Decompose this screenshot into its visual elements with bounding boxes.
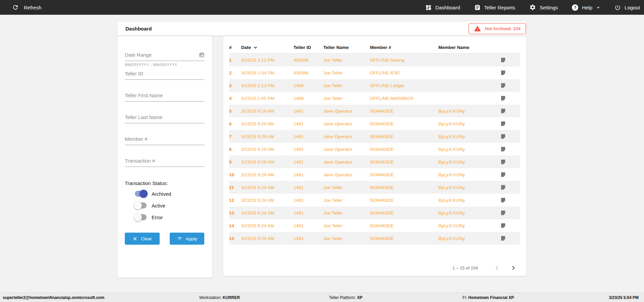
col-member-number: Member # [370,45,438,50]
nav-logout[interactable]: Logout [614,4,640,11]
gear-icon [529,4,536,11]
note-icon[interactable] [500,133,506,139]
note-icon[interactable] [500,95,506,101]
refresh-button[interactable]: Refresh [12,4,42,11]
note-icon[interactable] [500,197,506,203]
note-icon[interactable] [500,235,506,241]
cell-member-number: OFFLINE-Saving [370,58,438,63]
table-row[interactable]: 83/23/25 9:29 AM1491Jane Operator5034463… [229,143,520,156]
teller-first-name-field [125,92,205,102]
cell-member-number: 5034463DE [370,198,438,203]
cell-teller-id: 1489 [293,96,323,101]
error-switch[interactable] [135,214,147,220]
apply-button[interactable]: Apply [170,233,204,245]
table-row[interactable]: 33/23/25 2:13 PM1489Joe TellerOFFLINE-Le… [229,79,520,92]
page-header: Dashboard Not Archived: 104 [117,21,526,36]
cell-date: 3/23/25 9:24 AM [241,198,293,203]
cell-date: 3/23/25 9:24 AM [241,236,293,241]
table-row[interactable]: 53/23/25 9:29 AM1491Jane Operator5034463… [229,105,520,117]
active-switch[interactable] [135,202,147,208]
table-row[interactable]: 13/25/25 2:12 PM456346Joe TellerOFFLINE-… [229,54,520,66]
note-icon[interactable] [500,108,506,114]
nav-settings[interactable]: Settings [529,4,558,11]
col-date[interactable]: Date [241,45,293,50]
note-icon[interactable] [500,159,506,165]
teller-id-field [125,70,205,80]
cell-date: 3/23/25 9:29 AM [241,172,293,177]
table-row[interactable]: 103/23/25 9:29 AM1491Jane Operator503446… [229,168,520,181]
row-number: 3 [229,83,241,88]
teller-id-input[interactable] [125,70,205,77]
table-row[interactable]: 133/23/25 9:24 AM1491Joe Teller5034463DE… [229,206,520,219]
cell-member-name: ByLyJI KUNy [438,198,499,203]
cell-teller-id: 1491 [293,198,323,203]
table-row[interactable]: 73/23/25 9:29 AM1491Jane Operator5034463… [229,130,520,143]
note-icon[interactable] [500,210,506,216]
table-row[interactable]: 153/23/25 9:24 AM1491Joe Teller5034463DE… [229,232,520,245]
table-header-row: # Date Teller ID Teller Name Member # Me… [229,41,520,54]
nav-help-label: Help [582,5,592,10]
nav-help[interactable]: ? Help [572,4,600,11]
row-number: 13 [229,210,241,216]
pagination: 1 – 15 of 104 [452,264,517,271]
cell-member-number: 5034463DE [370,109,438,114]
note-icon[interactable] [500,70,506,76]
cell-member-number: 5034463DE [370,121,438,126]
col-teller-id: Teller ID [293,45,323,50]
next-page-icon[interactable] [509,264,517,271]
toggle-error[interactable]: Error [135,214,163,220]
nav-teller-reports[interactable]: Teller Reports [474,4,516,11]
prev-page-icon[interactable] [493,264,501,271]
nav-dashboard-label: Dashboard [435,5,460,10]
note-icon[interactable] [500,172,506,178]
note-icon[interactable] [500,223,506,229]
clear-button[interactable]: Clear [125,233,160,245]
calendar-icon[interactable] [199,52,205,58]
transactions-table-card: # Date Teller ID Teller Name Member # Me… [223,36,526,276]
dashboard-icon [425,4,432,11]
table-row[interactable]: 43/23/25 1:05 PM1489Joe TellerOFFLINE-68… [229,92,520,105]
platform-value: XP [357,295,362,300]
note-icon[interactable] [500,82,506,88]
member-number-input[interactable] [125,135,205,142]
cell-date: 3/23/25 2:13 PM [241,83,293,88]
note-icon[interactable] [500,121,506,127]
toggle-archived[interactable]: Archived [135,191,171,197]
teller-first-name-input[interactable] [125,92,205,99]
col-number: # [229,45,241,50]
note-icon[interactable] [500,184,506,190]
table-row[interactable]: 123/23/25 9:24 AM1491Joe Teller5034463DE… [229,194,520,206]
cell-teller-id: 1491 [293,109,323,114]
transaction-number-input[interactable] [125,157,205,164]
row-number: 12 [229,198,241,203]
cell-date: 3/25/25 1:04 PM [241,70,293,75]
current-datetime: 3/23/25 5:04 PM [609,293,639,302]
cell-member-number: OFFLINE-Ledger [370,83,438,88]
teller-last-name-input[interactable] [125,113,205,121]
table-row[interactable]: 63/23/25 9:29 AM1491Jane Operator5034463… [229,117,520,130]
note-icon[interactable] [500,146,506,152]
row-number: 6 [229,121,241,126]
col-teller-name: Teller Name [323,45,370,50]
cell-member-name: ByLyJI KUNy [438,134,499,139]
cell-date: 3/23/25 1:05 PM [241,96,293,101]
table-row[interactable]: 23/25/25 1:04 PM456346Joe TellerOFFLINE-… [229,66,520,79]
toggle-active[interactable]: Active [135,202,165,208]
cell-teller-id: 1491 [293,223,323,228]
cell-teller-name: Jane Operator [323,160,370,165]
note-icon[interactable] [500,57,506,63]
archived-switch[interactable] [135,191,147,197]
row-number: 7 [229,134,241,139]
cell-member-name: ByLyJI KUNy [438,109,499,114]
date-range-input[interactable] [125,51,196,58]
error-label: Error [152,215,163,220]
nav-dashboard[interactable]: Dashboard [425,4,460,11]
cell-member-name: ByLyJI KUNy [438,121,499,126]
table-row[interactable]: 113/23/25 9:24 AM1491Joe Teller5034463DE… [229,181,520,194]
status-bar: superteller2@hometownfinancialxp.onmicro… [0,293,644,302]
table-row[interactable]: 143/23/25 9:24 AM1491Joe Teller5034463DE… [229,219,520,232]
table-row[interactable]: 93/23/25 9:29 AM1491Jane Operator5034463… [229,156,520,168]
chevron-down-icon [596,5,600,10]
row-number: 11 [229,185,241,190]
cell-teller-id: 1491 [293,236,323,241]
